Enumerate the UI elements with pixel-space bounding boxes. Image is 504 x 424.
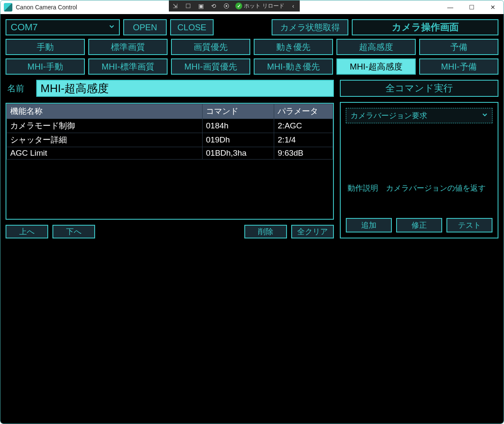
name-input[interactable]: MHI-超高感度 <box>36 80 334 97</box>
description-label: 動作説明 <box>348 183 378 193</box>
table-cell: 2:1/4 <box>274 133 333 147</box>
preset-button[interactable]: 標準画質 <box>88 39 168 55</box>
chevron-down-icon <box>481 111 489 121</box>
test-button[interactable]: テスト <box>446 218 492 232</box>
command-select[interactable]: カメラバージョン要求 <box>346 108 492 123</box>
minimize-button[interactable]: — <box>440 0 461 14</box>
preset-button[interactable]: 画質優先 <box>171 39 250 55</box>
preset-button[interactable]: MHI-画質優先 <box>171 58 250 75</box>
preset-button[interactable]: 手動 <box>6 39 85 55</box>
hot-reload-button[interactable]: ✓ ホット リロード <box>235 2 284 10</box>
preset-button[interactable]: MHI-標準画質 <box>88 58 168 75</box>
table-row[interactable]: AGC Limit01BDh,3ha9:63dB <box>7 147 333 160</box>
col-header-param[interactable]: パラメータ <box>274 104 333 119</box>
description-text: カメラバージョンの値を返す <box>386 183 486 193</box>
preset-button[interactable]: MHI-超高感度 <box>336 58 416 75</box>
preset-button[interactable]: MHI-予備 <box>419 58 498 75</box>
close-button-port[interactable]: CLOSE <box>170 19 214 35</box>
titlebar: Canon Camera Control ⇲ ☐ ▣ ⟲ ⦿ ✓ ホット リロー… <box>0 0 504 14</box>
col-header-cmd[interactable]: コマンド <box>203 104 274 119</box>
command-select-value: カメラバージョン要求 <box>350 110 427 121</box>
command-table[interactable]: 機能名称 コマンド パラメータ カメラモード制御0184h2:AGCシャッター詳… <box>6 103 334 220</box>
table-row[interactable]: シャッター詳細019Dh2:1/4 <box>7 133 333 147</box>
window-title: Canon Camera Control <box>16 4 77 11</box>
table-cell: AGC Limit <box>7 147 203 160</box>
name-input-value: MHI-超高感度 <box>41 81 109 96</box>
camera-screen-button[interactable]: カメラ操作画面 <box>352 19 498 35</box>
chevron-down-icon <box>108 22 116 33</box>
open-button[interactable]: OPEN <box>123 19 167 35</box>
table-cell: シャッター詳細 <box>7 133 203 147</box>
preset-button[interactable]: 動き優先 <box>254 39 333 55</box>
delete-button[interactable]: 削除 <box>244 225 287 238</box>
clear-all-button[interactable]: 全クリア <box>291 225 334 238</box>
preset-button[interactable]: 予備 <box>419 39 498 55</box>
check-icon: ✓ <box>235 3 242 9</box>
get-camera-status-button[interactable]: カメラ状態取得 <box>272 19 348 35</box>
table-cell: カメラモード制御 <box>7 119 203 133</box>
preset-button[interactable]: 超高感度 <box>336 39 416 55</box>
table-cell: 019Dh <box>203 133 274 147</box>
edit-button[interactable]: 修正 <box>396 218 442 232</box>
table-cell: 2:AGC <box>274 119 333 133</box>
table-cell: 01BDh,3ha <box>203 147 274 160</box>
run-all-button[interactable]: 全コマンド実行 <box>340 80 498 97</box>
move-down-button[interactable]: 下へ <box>52 225 95 238</box>
table-cell: 0184h <box>203 119 274 133</box>
preset-button[interactable]: MHI-動き優先 <box>254 58 333 75</box>
vs-tool-icon[interactable]: ⇲ <box>171 2 179 10</box>
name-label: 名前 <box>6 83 31 94</box>
app-icon <box>4 3 12 12</box>
vs-debug-toolbar: ⇲ ☐ ▣ ⟲ ⦿ ✓ ホット リロード ‹ <box>169 0 300 12</box>
table-row[interactable]: カメラモード制御0184h2:AGC <box>7 119 333 133</box>
move-up-button[interactable]: 上へ <box>6 225 48 238</box>
com-port-select[interactable]: COM7 <box>6 19 120 35</box>
com-port-value: COM7 <box>11 22 38 33</box>
maximize-button[interactable]: ☐ <box>461 0 482 14</box>
vs-tool-icon[interactable]: ☐ <box>184 2 192 10</box>
vs-tool-icon[interactable]: ⦿ <box>223 2 230 10</box>
chevron-left-icon[interactable]: ‹ <box>290 2 297 10</box>
add-button[interactable]: 追加 <box>346 218 392 232</box>
col-header-name[interactable]: 機能名称 <box>7 104 203 119</box>
vs-tool-icon[interactable]: ▣ <box>197 2 205 10</box>
vs-tool-icon[interactable]: ⟲ <box>210 2 217 10</box>
hot-reload-label: ホット リロード <box>244 2 284 10</box>
command-edit-panel: カメラバージョン要求 動作説明 カメラバージョンの値を返す 追加 修正 テスト <box>340 102 498 238</box>
close-button[interactable]: ✕ <box>482 0 504 14</box>
table-cell: 9:63dB <box>274 147 333 160</box>
preset-button[interactable]: MHI-手動 <box>6 58 85 75</box>
